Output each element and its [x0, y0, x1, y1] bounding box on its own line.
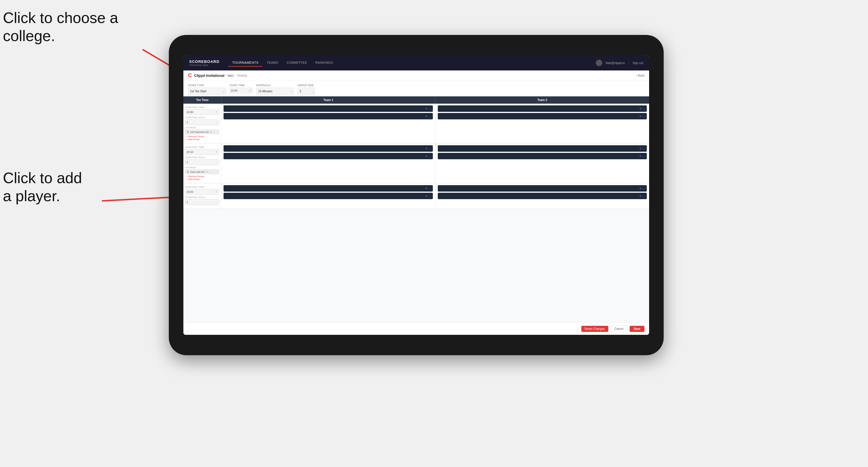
- starting-hole-field-3[interactable]: 1 ⌄: [185, 199, 219, 205]
- more-icon[interactable]: ⌄: [643, 115, 645, 118]
- start-type-select-wrap: 1st Tee Start Shotgun Start: [188, 88, 226, 95]
- starting-time-field-3[interactable]: 10:20 ⏱: [185, 189, 219, 195]
- more-icon[interactable]: ⌄: [429, 155, 431, 158]
- start-time-group: Start Time 10:00 ⏱: [229, 84, 253, 95]
- time-icon-3: ⏱: [215, 190, 218, 193]
- team2-row3: ✕ ⌄ ✕ ⌄: [435, 183, 649, 209]
- course-remove-2[interactable]: ✕: [206, 170, 208, 173]
- player-slot-t1r1s2[interactable]: ✕ ⌄: [223, 113, 433, 119]
- player-slot-t1r2s1[interactable]: ✕ ⌄: [223, 145, 433, 152]
- sign-out-link[interactable]: Sign out: [632, 61, 643, 65]
- course-remove-1[interactable]: ✕: [210, 130, 212, 133]
- player-slot-t1r3s2[interactable]: ✕ ⌄: [223, 193, 433, 199]
- table-body[interactable]: STARTING TIME: 10:00 ⏱ STARTING HOLE: 1 …: [183, 104, 649, 322]
- course-tag-2[interactable]: 🏌 East Lake GC ✕ ⌄: [185, 169, 219, 174]
- more-icon[interactable]: ⌄: [643, 155, 645, 158]
- tee-left-1: STARTING TIME: 10:00 ⏱ STARTING HOLE: 1 …: [183, 104, 221, 143]
- starting-hole-field-1[interactable]: 1 ⌄: [185, 119, 219, 125]
- remove-group-1[interactable]: ○ Remove Group: [185, 135, 219, 138]
- more-icon[interactable]: ⌄: [429, 115, 431, 118]
- nav-tab-committee[interactable]: COMMITTEE: [283, 59, 311, 67]
- col-team2: Team 2: [435, 96, 649, 104]
- nav-tab-teams[interactable]: TEAMS: [262, 59, 282, 67]
- add-group-1[interactable]: + Add Group: [185, 138, 219, 141]
- course-chevron-1[interactable]: ⌄: [213, 130, 215, 133]
- start-type-group: Start Type 1st Tee Start Shotgun Start: [188, 84, 226, 95]
- starting-time-field-1[interactable]: 10:00 ⏱: [185, 109, 219, 115]
- player-slot-t2r3s2[interactable]: ✕ ⌄: [438, 193, 647, 199]
- table-row: STARTING TIME: 10:10 ⏱ STARTING HOLE: 1 …: [183, 144, 649, 183]
- player-slot-t1r3s1[interactable]: ✕ ⌄: [223, 185, 433, 192]
- player-slot-t2r3s1[interactable]: ✕ ⌄: [438, 185, 647, 192]
- tee-left-3: STARTING TIME: 10:20 ⏱ STARTING HOLE: 1 …: [183, 183, 221, 209]
- more-icon[interactable]: ⌄: [643, 147, 645, 150]
- team1-row1: ✕ ⌄ ✕ ⌄: [221, 104, 435, 143]
- expand-icon[interactable]: ✕: [425, 107, 428, 110]
- expand-icon[interactable]: ✕: [639, 194, 642, 198]
- player-slot-t1r2s2[interactable]: ✕ ⌄: [223, 153, 433, 159]
- nav-tab-rankings[interactable]: RANKINGS: [311, 59, 337, 67]
- course-name-2: East Lake GC: [190, 170, 205, 173]
- slot-icons: ✕ ⌄: [639, 115, 645, 118]
- course-label-1: COURSE:: [185, 126, 219, 129]
- course-icon-1: 🏌: [187, 131, 189, 133]
- starting-time-label-1: STARTING TIME:: [185, 106, 219, 108]
- event-name: Clippd Invitational: [194, 74, 224, 78]
- starting-hole-label-2: STARTING HOLE:: [185, 156, 219, 159]
- hole-chevron-1: ⌄: [215, 121, 218, 124]
- starting-hole-label-1: STARTING HOLE:: [185, 116, 219, 119]
- expand-icon[interactable]: ✕: [425, 194, 428, 198]
- start-type-select[interactable]: 1st Tee Start Shotgun Start: [188, 88, 226, 95]
- expand-icon[interactable]: ✕: [639, 187, 642, 190]
- hole-chevron-2: ⌄: [215, 161, 218, 164]
- team2-row2: ✕ ⌄ ✕ ⌄: [435, 144, 649, 183]
- intervals-select[interactable]: 10 Minutes 8 Minutes 12 Minutes: [256, 88, 294, 95]
- tablet-shell: SCOREBOARD Powered by clippd TOURNAMENTS…: [169, 35, 664, 355]
- more-icon[interactable]: ⌄: [643, 194, 645, 198]
- more-icon[interactable]: ⌄: [429, 107, 431, 110]
- expand-icon[interactable]: ✕: [639, 155, 642, 158]
- expand-icon[interactable]: ✕: [425, 155, 428, 158]
- more-icon[interactable]: ⌄: [643, 187, 645, 190]
- event-tag: Men: [226, 74, 235, 77]
- player-slot-t2r2s1[interactable]: ✕ ⌄: [438, 145, 647, 152]
- starting-time-label-2: STARTING TIME:: [185, 146, 219, 149]
- remove-group-2[interactable]: ○ Remove Group: [185, 175, 219, 178]
- team1-row2: ✕ ⌄ ✕ ⌄: [221, 144, 435, 183]
- starting-hole-field-2[interactable]: 1 ⌄: [185, 159, 219, 165]
- app-header: SCOREBOARD Powered by clippd TOURNAMENTS…: [183, 55, 649, 70]
- more-icon[interactable]: ⌄: [429, 187, 431, 190]
- cancel-button[interactable]: Cancel: [611, 325, 627, 332]
- expand-icon[interactable]: ✕: [639, 107, 642, 110]
- more-icon[interactable]: ⌄: [643, 107, 645, 110]
- back-button[interactable]: ‹ Back: [636, 74, 645, 77]
- table-row: STARTING TIME: 10:20 ⏱ STARTING HOLE: 1 …: [183, 183, 649, 209]
- nav-tab-tournaments[interactable]: TOURNAMENTS: [228, 59, 262, 67]
- clock-icon: ⏱: [249, 89, 251, 92]
- player-slot-t2r2s2[interactable]: ✕ ⌄: [438, 153, 647, 159]
- course-label-2: COURSE:: [185, 166, 219, 169]
- starting-time-label-3: STARTING TIME:: [185, 186, 219, 188]
- player-slot-t2r1s1[interactable]: ✕ ⌄: [438, 105, 647, 112]
- add-group-2[interactable]: + Add Group: [185, 178, 219, 181]
- user-email: blair@clippd.io: [606, 61, 625, 65]
- annotation-add-player: Click to add a player.: [3, 169, 82, 205]
- player-slot-t1r1s1[interactable]: ✕ ⌄: [223, 105, 433, 112]
- expand-icon[interactable]: ✕: [425, 147, 428, 150]
- reset-changes-button[interactable]: Reset Changes: [581, 326, 608, 332]
- expand-icon[interactable]: ✕: [639, 147, 642, 150]
- course-tag-1[interactable]: 🏌 (A) Peachtree GC ✕ ⌄: [185, 130, 219, 134]
- more-icon[interactable]: ⌄: [429, 147, 431, 150]
- team1-row3: ✕ ⌄ ✕ ⌄: [221, 183, 435, 209]
- starting-time-field-2[interactable]: 10:10 ⏱: [185, 149, 219, 155]
- expand-icon[interactable]: ✕: [425, 187, 428, 190]
- more-icon[interactable]: ⌄: [429, 194, 431, 198]
- slot-icons: ✕ ⌄: [425, 155, 431, 158]
- intervals-group: Intervals 10 Minutes 8 Minutes 12 Minute…: [256, 84, 294, 95]
- course-chevron-2[interactable]: ⌄: [209, 170, 211, 173]
- expand-icon[interactable]: ✕: [425, 115, 428, 118]
- expand-icon[interactable]: ✕: [639, 115, 642, 118]
- save-button[interactable]: Save: [630, 326, 645, 332]
- group-size-select[interactable]: 3 2 4: [298, 88, 315, 95]
- player-slot-t2r1s2[interactable]: ✕ ⌄: [438, 113, 647, 119]
